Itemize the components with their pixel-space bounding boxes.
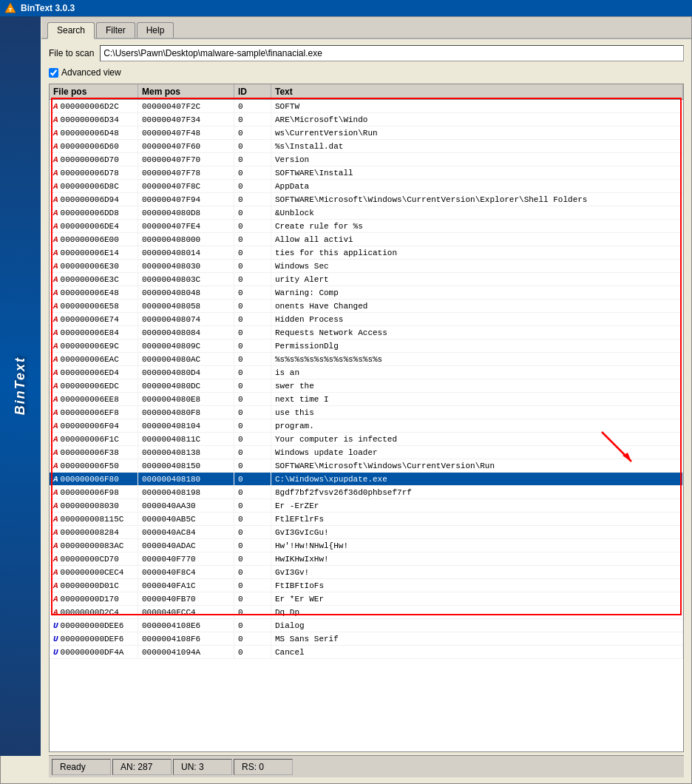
file-pos-value: 000000008115C (61, 515, 124, 524)
cell-filepos: A 000000006DD8 (50, 206, 138, 219)
table-row[interactable]: A 000000006F50 000000408150 0 SOFTWARE\M… (50, 459, 683, 473)
cell-filepos: A 000000006ED4 (50, 366, 138, 379)
status-rs: RS: 0 (234, 759, 293, 775)
type-icon: A (53, 435, 58, 444)
cell-text: SOFTWARE\Microsoft\Windows\CurrentVersio… (271, 459, 683, 472)
cell-text: PermissionDlg (271, 339, 683, 352)
cell-id: 0 (234, 339, 271, 352)
table-row[interactable]: A 000000006F1C 00000040811C 0 Your compu… (50, 433, 683, 446)
file-pos-value: 000000006E58 (61, 302, 119, 311)
cell-text: SOFTWARE\Microsoft\Windows\CurrentVersio… (271, 193, 683, 206)
type-icon: U (53, 648, 58, 657)
table-row[interactable]: U 000000000DEF6 0000004108F6 0 MS Sans S… (50, 632, 683, 646)
tab-filter[interactable]: Filter (96, 22, 135, 38)
table-row[interactable]: A 000000006D2C 000000407F2C 0 SOFTW (50, 100, 683, 113)
file-pos-value: 00000000CD70 (61, 555, 119, 564)
table-row[interactable]: A 000000006E58 000000408058 0 onents Hav… (50, 300, 683, 313)
table-row[interactable]: A 00000000D01C 0000040FA1C 0 FtIBFtIoFs (50, 579, 683, 592)
table-row[interactable]: A 000000006E84 000000408084 0 Requests N… (50, 326, 683, 339)
table-row[interactable]: A 00000000CD70 0000040F770 0 HwIKHwIxHw! (50, 552, 683, 566)
file-pos-value: 000000006D94 (61, 195, 119, 204)
cell-text: SOFTW (271, 100, 683, 112)
file-pos-value: 000000006E14 (61, 249, 119, 257)
table-row[interactable]: A 000000008284 0000040AC84 0 GvI3GvIcGu! (50, 526, 683, 539)
table-row[interactable]: A 000000006D60 000000407F60 0 %s\Install… (50, 140, 683, 153)
cell-id: 0 (234, 100, 271, 112)
cell-text: onents Have Changed (271, 300, 683, 312)
table-row[interactable]: A 000000006EDC 0000004080DC 0 swer the (50, 379, 683, 393)
file-path-input[interactable] (100, 45, 684, 61)
table-row[interactable]: A 000000006DE4 000000407FE4 0 Create rul… (50, 220, 683, 233)
cell-mempos: 0000040AB5C (138, 513, 234, 525)
cell-text: Hw'!Hw!NHwl{Hw! (271, 539, 683, 552)
type-icon: A (53, 515, 58, 524)
table-row[interactable]: A 000000006E3C 00000040803C 0 urity Aler… (50, 273, 683, 286)
main-window: BinText Search Filter Help File to scan … (0, 16, 692, 784)
cell-id: 0 (234, 379, 271, 392)
cell-mempos: 00000040803C (138, 273, 234, 285)
table-row[interactable]: A 000000006E30 000000408030 0 Windows Se… (50, 260, 683, 273)
file-pos-value: 000000006D48 (61, 129, 119, 138)
tab-help[interactable]: Help (137, 22, 174, 38)
cell-text: Windows Sec (271, 260, 683, 272)
table-row[interactable]: A 000000008115C 0000040AB5C 0 FtlEFtlrFs (50, 513, 683, 526)
cell-filepos: A 000000006EF8 (50, 406, 138, 419)
table-row[interactable]: A 000000006D94 000000407F94 0 SOFTWARE\M… (50, 193, 683, 206)
file-pos-value: 000000006DE4 (61, 222, 119, 231)
table-row[interactable]: A 000000006D78 000000407F78 0 SOFTWARE\I… (50, 166, 683, 180)
tab-search[interactable]: Search (47, 22, 95, 39)
table-row[interactable]: U 000000000DEE6 0000004108E6 0 Dialog (50, 619, 683, 632)
cell-mempos: 000000408104 (138, 419, 234, 432)
cell-filepos: A 000000006E9C (50, 339, 138, 352)
cell-mempos: 0000040F770 (138, 552, 234, 565)
cell-id: 0 (234, 126, 271, 139)
table-row[interactable]: A 000000006E48 000000408048 0 Warning: C… (50, 286, 683, 300)
cell-id: 0 (234, 180, 271, 192)
cell-text: FtlEFtlrFs (271, 513, 683, 525)
cell-text: ties for this application (271, 246, 683, 259)
table-row[interactable]: A 000000006D8C 000000407F8C 0 AppData (50, 180, 683, 193)
table-row[interactable]: A 000000006E9C 00000040809C 0 Permission… (50, 339, 683, 353)
table-row[interactable]: A 000000000CEC4 0000040F8C4 0 GvI3Gv! (50, 566, 683, 579)
cell-mempos: 0000004080F8 (138, 406, 234, 419)
cell-filepos: A 000000006DE4 (50, 220, 138, 232)
type-icon: A (53, 195, 58, 204)
table-row[interactable]: A 000000006EE8 0000004080E8 0 next time … (50, 393, 683, 406)
file-pos-value: 000000006F38 (61, 448, 119, 457)
table-row[interactable]: A 00000000D2C4 0000040FCC4 0 Dq Dp (50, 606, 683, 619)
file-pos-value: 000000006EF8 (61, 408, 119, 417)
advanced-view-checkbox[interactable] (49, 68, 58, 78)
cell-text: ARE\Microsoft\Windo (271, 113, 683, 126)
table-row[interactable]: A 000000006D70 000000407F70 0 Version (50, 153, 683, 166)
table-row[interactable]: A 000000006EF8 0000004080F8 0 use this (50, 406, 683, 419)
results-table-container: File pos Mem pos ID Text A 000000006D2C … (49, 84, 684, 752)
table-row[interactable]: A 000000006F98 000000408198 0 8gdf7bf2fv… (50, 486, 683, 499)
table-row[interactable]: A 000000008030 0000040AA30 0 Er -ErZEr (50, 499, 683, 513)
cell-id: 0 (234, 646, 271, 658)
table-row[interactable]: A 00000000083AC 0000040ADAC 0 Hw'!Hw!NHw… (50, 539, 683, 552)
table-row[interactable]: A 000000006E74 000000408074 0 Hidden Pro… (50, 313, 683, 326)
table-row[interactable]: A 000000006D34 000000407F34 0 ARE\Micros… (50, 113, 683, 126)
type-icon: A (53, 155, 58, 164)
advanced-view-row: Advanced view (49, 67, 684, 78)
cell-text: Hidden Process (271, 313, 683, 325)
cell-mempos: 00000040811C (138, 433, 234, 445)
file-pos-value: 000000006D70 (61, 155, 119, 164)
table-row[interactable]: U 000000000DF4A 00000041094A 0 Cancel (50, 646, 683, 659)
table-row[interactable]: A 000000006F80 000000408180 0 C:\Windows… (50, 473, 683, 486)
table-row[interactable]: A 000000006D48 000000407F48 0 ws\Current… (50, 126, 683, 140)
cell-filepos: A 000000006D2C (50, 100, 138, 112)
table-row[interactable]: A 000000006F38 000000408138 0 Windows up… (50, 446, 683, 459)
cell-filepos: A 000000006F50 (50, 459, 138, 472)
cell-id: 0 (234, 166, 271, 179)
table-row[interactable]: A 000000006E00 000000408000 0 Allow all … (50, 233, 683, 246)
table-row[interactable]: A 000000006EAC 0000004080AC 0 %s%s%s%s%s… (50, 353, 683, 366)
file-pos-value: 000000006EE8 (61, 395, 119, 404)
cell-filepos: A 000000006E74 (50, 313, 138, 325)
table-row[interactable]: A 000000006DD8 0000004080D8 0 &Unblock (50, 206, 683, 220)
cell-text: next time I (271, 393, 683, 405)
table-row[interactable]: A 000000006ED4 0000004080D4 0 is an (50, 366, 683, 379)
table-row[interactable]: A 000000006E14 000000408014 0 ties for t… (50, 246, 683, 260)
table-row[interactable]: A 000000006F04 000000408104 0 program. (50, 419, 683, 433)
table-row[interactable]: A 00000000D170 0000040FB70 0 Er *Er WEr (50, 592, 683, 606)
